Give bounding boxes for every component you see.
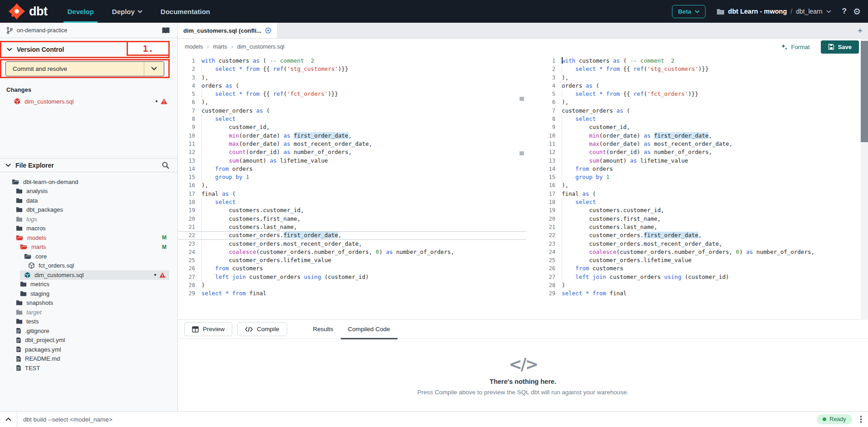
code-line[interactable]: 27 left join customer_orders using (cust… xyxy=(538,273,860,281)
command-input[interactable]: dbt build --select <model_name> xyxy=(23,416,817,423)
code-line[interactable]: 26 from customers xyxy=(538,264,860,273)
changed-file-row[interactable]: dim_customers.sql xyxy=(0,96,177,107)
diff-pane-right[interactable]: 1with customers as ( -- comment 22 selec… xyxy=(538,55,860,319)
tree-item-dbt-packages[interactable]: dbt_packages xyxy=(0,205,177,215)
code-line[interactable]: 28) xyxy=(538,281,860,289)
code-line[interactable]: 1with customers as ( -- comment 2 xyxy=(538,57,860,65)
code-line[interactable]: 13 sum(amount) as lifetime_value xyxy=(178,157,526,165)
tree-item-fct-orders-sql[interactable]: fct_orders.sql xyxy=(0,261,177,271)
code-line[interactable]: 21 customers.last_name, xyxy=(178,223,526,231)
code-line[interactable]: 10 min(order_date) as first_order_date, xyxy=(178,132,526,140)
code-line[interactable]: 7customer_orders as ( xyxy=(538,107,860,115)
code-line[interactable]: 20 customers.first_name, xyxy=(178,215,526,223)
code-line[interactable]: 25 customer_orders.lifetime_value xyxy=(538,256,860,264)
save-button[interactable]: Save xyxy=(821,40,859,54)
tree-item-marts[interactable]: martsM xyxy=(0,243,177,252)
kebab-menu-icon[interactable] xyxy=(860,416,862,423)
code-line[interactable]: 29select * from final xyxy=(178,289,526,298)
search-icon[interactable] xyxy=(162,162,169,169)
code-line[interactable]: 19 customers.customer_id, xyxy=(538,206,860,214)
tree-item-macros[interactable]: macros xyxy=(0,224,177,233)
commit-dropdown-caret[interactable] xyxy=(144,62,164,76)
code-line[interactable]: 3), xyxy=(538,74,860,82)
code-line[interactable]: 12 count(order_id) as number_of_orders, xyxy=(538,148,860,156)
tree-item-metrics[interactable]: metrics xyxy=(0,280,177,289)
code-line[interactable]: 22 customer_orders.first_order_date, xyxy=(178,231,526,239)
overview-scrollbar[interactable] xyxy=(861,39,868,320)
tree-item-core[interactable]: core xyxy=(0,252,177,261)
code-line[interactable]: 5 select * from {{ ref('fct_orders')}} xyxy=(178,90,526,98)
tree-item-target[interactable]: target xyxy=(0,308,177,317)
code-line[interactable]: 18 select xyxy=(178,198,526,206)
code-line[interactable]: 3), xyxy=(178,74,526,82)
code-line[interactable]: 27 left join customer_orders using (cust… xyxy=(178,273,526,281)
beta-dropdown[interactable]: Beta xyxy=(672,5,705,18)
code-line[interactable]: 9 customer_id, xyxy=(178,123,526,131)
tree-item-tests[interactable]: tests xyxy=(0,317,177,327)
project-selector[interactable]: dbt_learn xyxy=(796,8,822,15)
code-line[interactable]: 24 coalesce(customer_orders.number_of_or… xyxy=(178,248,526,256)
code-line[interactable]: 6), xyxy=(538,98,860,106)
code-line[interactable]: 7customer_orders as ( xyxy=(178,107,526,115)
scrollbar-thumb[interactable] xyxy=(861,41,868,142)
preview-button[interactable]: Preview xyxy=(184,322,232,336)
code-line[interactable]: 9 customer_id, xyxy=(538,123,860,131)
tree-item-staging[interactable]: staging xyxy=(0,289,177,298)
code-line[interactable]: 29select * from final xyxy=(538,289,860,298)
code-line[interactable]: 21 customers.last_name, xyxy=(538,223,860,231)
code-line[interactable]: 16), xyxy=(178,181,526,189)
editor-tab-dim-customers[interactable]: dim_customers.sql (confli... xyxy=(178,23,278,38)
code-line[interactable]: 14 from orders xyxy=(538,165,860,173)
new-tab-button[interactable]: + xyxy=(858,26,863,35)
code-line[interactable]: 22 customer_orders.first_order_date, xyxy=(538,231,860,239)
tree-item-logs[interactable]: logs xyxy=(0,214,177,224)
tree-item-models[interactable]: modelsM xyxy=(0,233,177,243)
code-line[interactable]: 19 customers.customer_id, xyxy=(178,206,526,214)
code-line[interactable]: 10 min(order_date) as first_order_date, xyxy=(538,132,860,140)
file-explorer-header[interactable]: File Explorer xyxy=(0,158,177,172)
book-icon[interactable] xyxy=(162,27,170,34)
tree-item-packages-yml[interactable]: packages.yml xyxy=(0,345,177,354)
chevron-down-icon[interactable] xyxy=(826,10,831,13)
code-line[interactable]: 11 max(order_date) as most_recent_order_… xyxy=(538,140,860,148)
breadcrumb-models[interactable]: models xyxy=(185,44,203,50)
code-line[interactable]: 15 group by 1 xyxy=(178,173,526,181)
code-line[interactable]: 17final as ( xyxy=(538,190,860,198)
code-line[interactable]: 17final as ( xyxy=(178,190,526,198)
code-line[interactable]: 6), xyxy=(178,98,526,106)
code-line[interactable]: 15 group by 1 xyxy=(538,173,860,181)
help-icon[interactable]: ? xyxy=(842,7,847,16)
breadcrumb-file[interactable]: dim_customers.sql xyxy=(237,44,284,50)
code-line[interactable]: 5 select * from {{ ref('fct_orders')}} xyxy=(538,90,860,98)
tree-item-dim-customers-sql[interactable]: dim_customers.sql xyxy=(20,270,169,280)
nav-documentation[interactable]: Documentation xyxy=(161,0,210,23)
code-line[interactable]: 8 select xyxy=(178,115,526,123)
code-line[interactable]: 12 count(order_id) as number_of_orders, xyxy=(178,148,526,156)
tree-item-analysis[interactable]: analysis xyxy=(0,187,177,196)
format-button[interactable]: Format xyxy=(781,44,809,50)
tab-compiled-code[interactable]: Compiled Code xyxy=(341,320,397,339)
code-line[interactable]: 13 sum(amount) as lifetime_value xyxy=(538,157,860,165)
code-line[interactable]: 2 select * from {{ ref('stg_customers')}… xyxy=(178,65,526,73)
tree-item-readme-md[interactable]: README.md xyxy=(0,354,177,364)
code-line[interactable]: 23 customer_orders.most_recent_order_dat… xyxy=(178,240,526,248)
tree-item-dbt-project-yml[interactable]: dbt_project.yml xyxy=(0,336,177,345)
code-line[interactable]: 2 select * from {{ ref('stg_customers')}… xyxy=(538,65,860,73)
tree-item--gitignore[interactable]: .gitignore xyxy=(0,326,177,336)
code-line[interactable]: 28) xyxy=(178,281,526,289)
code-line[interactable]: 26 from customers xyxy=(178,264,526,273)
code-line[interactable]: 8 select xyxy=(538,115,860,123)
tree-item-data[interactable]: data xyxy=(0,196,177,205)
commit-and-resolve-button[interactable]: Commit and resolve xyxy=(5,61,164,76)
code-line[interactable]: 25 customer_orders.lifetime_value xyxy=(178,256,526,264)
code-line[interactable]: 1with customers as ( -- comment 2 xyxy=(178,57,526,65)
nav-develop[interactable]: Develop xyxy=(67,0,93,23)
dbt-logo[interactable]: dbt xyxy=(8,3,47,20)
tree-item-snapshots[interactable]: snapshots xyxy=(0,298,177,308)
tree-item-test[interactable]: TEST xyxy=(0,363,177,373)
code-line[interactable]: 4orders as ( xyxy=(178,82,526,90)
command-bar-expand-button[interactable] xyxy=(0,412,17,427)
diff-pane-left[interactable]: 1with customers as ( -- comment 22 selec… xyxy=(178,55,526,319)
tree-item-dbt-learn-on-demand[interactable]: dbt-learn-on-demand xyxy=(0,177,177,187)
tab-results[interactable]: Results xyxy=(306,320,341,339)
